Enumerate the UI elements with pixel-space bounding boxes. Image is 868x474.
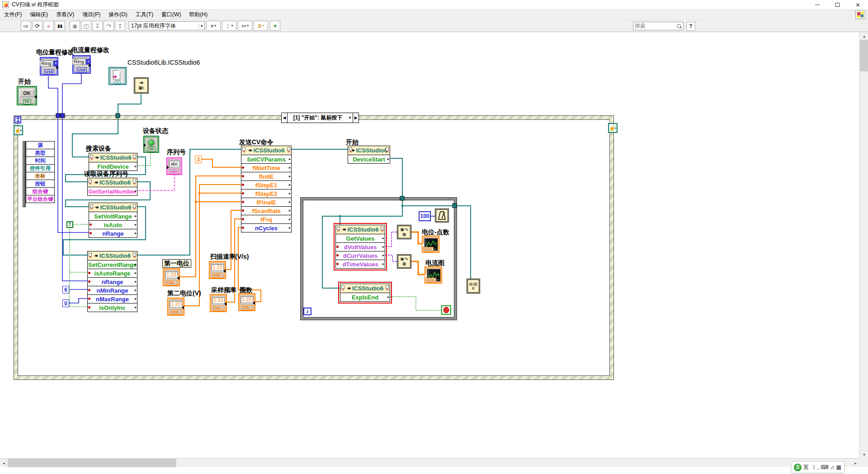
event-data-item[interactable]: 按钮 [26,180,55,188]
invoke-node-setcurrentrange[interactable]: ?!↠ICSStudio6?!SetCurrentRange▸isAutoRan… [87,251,137,312]
ring-terminal-cur-range[interactable]: Ring ▼ U16 [72,55,91,74]
event-data-node[interactable]: 源类型时间控件引用坐标按钮组合键平台组合键 [26,141,55,203]
event-data-item[interactable]: 时间 [26,156,55,165]
dynamic-event-terminal-right[interactable]: ☝+ [608,123,618,133]
menu-item-3[interactable]: 项目(P) [78,9,104,20]
invoke-method-row[interactable]: SetVoltRange▸ [89,212,137,220]
invoke-node-finddevice[interactable]: ?!↠ICSStudio6?!FindDevice▸ [89,153,137,171]
invoke-param-row[interactable]: fWaitTime▸ [241,163,291,172]
event-data-item[interactable]: 控件引用 [26,164,55,172]
step-into-button[interactable]: ↧ [92,21,103,31]
dotnet-refnum-icon[interactable]: ➜▦0 [134,77,149,94]
constant-6[interactable]: 6 [62,286,69,294]
constant-3[interactable]: 3 [195,156,202,163]
align-objects-button[interactable]: ≡▾ [206,21,221,31]
invoke-method-row[interactable]: SetCVParams▸ [241,155,291,163]
selector-prev-icon[interactable]: ◀ [282,113,288,123]
invoke-method-row[interactable]: GetValues▸ [336,234,385,242]
close-button[interactable]: ✕ [848,0,868,10]
menu-item-7[interactable]: 帮助(H) [185,9,212,20]
clean-up-diagram-button[interactable]: ✦ [270,21,280,31]
array-convert-icon[interactable]: ✱↷▦ [397,254,411,269]
abort-button[interactable]: ● [43,21,54,31]
invoke-node-getserialnumber[interactable]: ?!↠ICSStudio6?!GetSerialNumber▸ [87,178,137,196]
invoke-node-setcvparams[interactable]: ?!↠ICSStudio6?!SetCVParams▸fWaitTime▸fIn… [241,146,292,232]
dbl-terminal-first-pot[interactable]: 1.23 DBL [163,268,180,286]
vertical-scrollbar[interactable]: ▴ ▾ [859,32,868,458]
invoke-node-getvalues[interactable]: ?!↠ICSStudio6?!GetValues▸dVoltValues▸dCu… [335,225,385,269]
invoke-param-row[interactable]: fInitE▸ [241,172,291,180]
ime-button-4[interactable]: ♫ [830,464,834,470]
menu-item-1[interactable]: 编辑(E) [26,9,52,20]
minimize-button[interactable] [807,0,827,10]
scrollbar-thumb[interactable] [860,40,868,71]
ime-button-0[interactable]: 英 [803,464,809,471]
event-data-item[interactable]: 坐标 [26,172,55,180]
search-input[interactable]: 搜索 [633,22,684,30]
maximize-button[interactable] [827,0,848,10]
invoke-param-row[interactable]: dVoltValues▸ [336,242,385,251]
event-selector-label[interactable]: [1] "开始": 鼠标按下 [288,114,348,122]
menu-item-5[interactable]: 工具(T) [132,9,157,20]
invoke-method-row[interactable]: ExpIsEnd▸ [340,293,390,301]
dbl-terminal-sample-freq[interactable]: 1.23 DBL [210,294,227,312]
invoke-param-row[interactable]: nRange▸ [89,229,137,237]
ime-button-3[interactable]: ⌨ [821,464,828,470]
constant-100[interactable]: 100 [419,211,431,221]
invoke-param-row[interactable]: dCurrValues▸ [336,251,385,260]
ok-button-terminal[interactable]: OK TF [17,86,37,105]
invoke-param-row[interactable]: nMinRange▸ [88,286,137,294]
invoke-param-row[interactable]: nMaxRange▸ [88,294,137,303]
font-selector[interactable]: 17pt 应用程序字体 ▾ [129,21,205,30]
menu-item-6[interactable]: 窗口(W) [157,9,185,20]
scroll-right-icon[interactable]: ▸ [852,459,859,467]
event-data-item[interactable]: 组合键 [26,187,55,195]
string-indicator-terminal[interactable]: abc abc [166,157,182,175]
ime-button-1[interactable]: ☽ [811,464,816,470]
distribute-objects-button[interactable]: ⋮▾ [222,21,236,31]
invoke-method-row[interactable]: FindDevice▸ [89,162,137,171]
wait-ms-icon[interactable] [435,209,449,223]
ime-button-2[interactable]: , [817,464,819,470]
invoke-param-row[interactable]: fStepE2▸ [241,189,291,198]
ime-button-5[interactable]: ▦ [836,464,841,470]
invoke-param-row[interactable]: fScanRate▸ [241,206,291,215]
invoke-node-expisend[interactable]: ?!↠ICSStudio6?!ExpIsEnd▸ [340,284,390,302]
resize-objects-button[interactable]: ▭▾ [238,21,252,31]
invoke-param-row[interactable]: nRange▸ [88,277,137,286]
menu-item-0[interactable]: 文件(F) [0,9,26,20]
chevron-down-icon[interactable]: ▼ [348,116,352,120]
menu-item-2[interactable]: 查看(V) [52,9,78,20]
horizontal-scrollbar[interactable]: ◂ ▸ [0,458,859,467]
run-continuous-button[interactable]: ⟳ [32,21,42,31]
loop-iteration-terminal[interactable]: i [303,308,311,315]
retain-wire-values-button[interactable]: ◫ [81,21,91,31]
invoke-param-row[interactable]: fFrq▸ [241,215,291,223]
dbl-terminal-second-pot[interactable]: 1.23 DBL [167,298,184,316]
scroll-up-icon[interactable]: ▴ [860,32,868,40]
scrollbar-thumb[interactable] [8,459,176,467]
event-data-node-spine[interactable] [23,141,26,207]
dotnet-constructor-node[interactable]: ➜ ▤ [108,67,127,85]
event-selector[interactable]: ◀ [1] "开始": 鼠标按下 ▼ ▶ [281,113,359,123]
invoke-method-row[interactable]: SetCurrentRange▸ [88,260,137,269]
invoke-method-row[interactable]: DeviceStart▸ [348,155,390,163]
pause-button[interactable]: ▮▮ [55,21,65,31]
event-data-item[interactable]: 平台组合键 [26,195,55,203]
sogou-logo-icon[interactable]: S [794,464,802,471]
invoke-param-row[interactable]: dTimeValues▸ [336,260,385,268]
ime-toolbar[interactable]: S 英☽,⌨♫▦ [791,461,844,473]
reorder-button[interactable]: ≣▾ [254,21,268,31]
constant-true[interactable]: T [66,221,73,228]
dynamic-event-terminal-left[interactable]: ☝+ [14,125,23,135]
xy-graph-terminal-pot[interactable]: SGL [422,236,439,253]
invoke-param-row[interactable]: isAutoRange▸ [88,269,137,277]
invoke-node-devicestart[interactable]: ?!↠ICSStudio6?!DeviceStart▸ [348,146,390,164]
invoke-param-row[interactable]: fStepE1▸ [241,180,291,189]
array-convert-icon[interactable]: ✱↷▦ [397,225,411,239]
vi-icon[interactable] [855,10,865,19]
event-data-item[interactable]: 源 [26,141,55,149]
invoke-method-row[interactable]: GetSerialNumber▸ [88,187,137,195]
scroll-down-icon[interactable]: ▾ [860,450,868,458]
invoke-param-row[interactable]: isAuto▸ [89,220,137,229]
